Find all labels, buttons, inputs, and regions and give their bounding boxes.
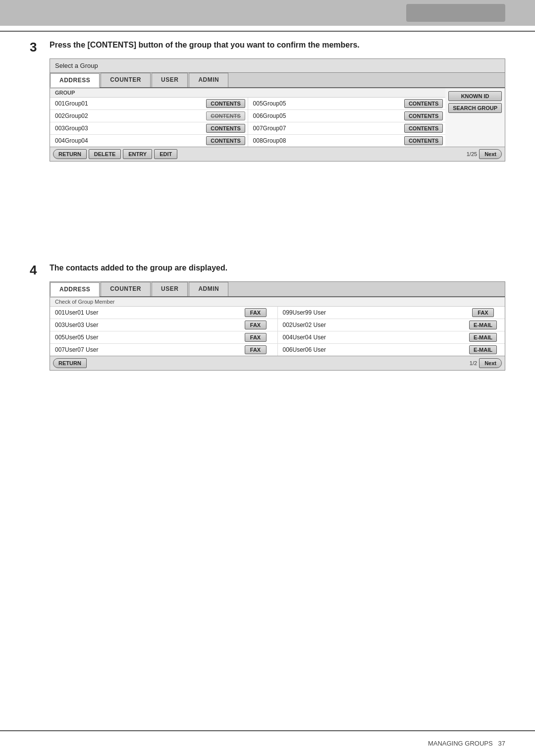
fax-btn-003[interactable]: FAX [236, 321, 275, 329]
fax-btn-005[interactable]: FAX [236, 333, 275, 342]
step4-section: 4 The contacts added to the group are di… [30, 263, 505, 371]
col1-row3: 003Group03 CONTENTS [50, 122, 248, 134]
table-row: 003User03 User FAX 002User02 User E-MAIL [50, 319, 505, 331]
member-099user99: 099User99 User [280, 309, 464, 316]
step4-tab-row: ADDRESS COUNTER USER ADMIN [50, 282, 505, 297]
table-row: 007User07 User FAX 006User06 User E-MAIL [50, 344, 505, 356]
member-col1-row1: 001User01 User FAX [50, 307, 278, 319]
tab-address-step3[interactable]: ADDRESS [50, 73, 100, 88]
col1-row1: 001Group01 CONTENTS [50, 98, 248, 109]
group-name-007: 007Group07 [250, 125, 404, 132]
email-btn-006[interactable]: E-MAIL [463, 345, 503, 354]
table-row: 001Group01 CONTENTS 005Group05 CONTENTS [50, 98, 445, 110]
top-bar [0, 0, 535, 26]
col1-row4: 004Group04 CONTENTS [50, 135, 248, 147]
top-rule [0, 31, 535, 32]
group-name-002: 002Group02 [52, 112, 206, 119]
group-name-008: 008Group08 [250, 137, 404, 144]
group-name-006: 006Group05 [250, 112, 404, 119]
table-row: 004Group04 CONTENTS 008Group08 CONTENTS [50, 135, 445, 147]
member-006user06: 006User06 User [280, 346, 464, 353]
step4-panel: ADDRESS COUNTER USER ADMIN Check of Grou… [50, 281, 505, 371]
member-002user02: 002User02 User [280, 322, 464, 328]
group-name-001: 001Group01 [52, 100, 206, 107]
step3-data-rows: 001Group01 CONTENTS 005Group05 CONTENTS … [50, 98, 445, 147]
known-id-button[interactable]: KNOWN ID [448, 91, 502, 101]
tab-admin-step4[interactable]: ADMIN [189, 282, 228, 296]
table-row: 005User05 User FAX 004User04 User E-MAIL [50, 331, 505, 344]
col2-row3: 007Group07 CONTENTS [248, 122, 446, 134]
page-indicator-step4: 1/2 [470, 360, 477, 366]
search-group-button[interactable]: SEARCH GROUP [448, 103, 502, 113]
group-name-005: 005Group05 [250, 100, 404, 107]
step3-section: 3 Press the [CONTENTS] button of the gro… [30, 40, 505, 162]
member-col1-row2: 003User03 User FAX [50, 319, 278, 331]
next-button-step4[interactable]: Next [479, 358, 502, 368]
bottom-rule [0, 730, 535, 731]
member-col1-row4: 007User07 User FAX [50, 344, 278, 356]
step3-panel: Select a Group ADDRESS COUNTER USER ADMI… [50, 58, 505, 162]
contents-btn-004[interactable]: CONTENTS [206, 136, 246, 145]
contents-btn-008[interactable]: CONTENTS [404, 136, 443, 145]
step3-text: Press the [CONTENTS] button of the group… [50, 40, 360, 51]
delete-button-step3[interactable]: DELETE [89, 149, 121, 159]
contents-btn-005[interactable]: CONTENTS [404, 99, 443, 108]
step4-data-rows: 001User01 User FAX 099User99 User FAX 00… [50, 307, 505, 356]
member-col2-row3: 004User04 User E-MAIL [278, 331, 505, 343]
page-number: 37 [498, 740, 505, 747]
member-col2-row1: 099User99 User FAX [278, 307, 505, 319]
contents-btn-002[interactable]: CONTENTS [206, 111, 246, 120]
return-button-step3[interactable]: RETURN [53, 149, 87, 159]
step4-bottom-bar: RETURN 1/2 Next [50, 356, 505, 370]
tab-address-step4[interactable]: ADDRESS [50, 282, 100, 297]
step3-data-area: GROUP 001Group01 CONTENTS 005Group05 CON… [50, 88, 445, 147]
section-label: MANAGING GROUPS [428, 740, 493, 747]
tab-user-step4[interactable]: USER [152, 282, 188, 296]
step4-text: The contacts added to the group are disp… [50, 263, 227, 273]
entry-button-step3[interactable]: ENTRY [123, 149, 152, 159]
page-footer: MANAGING GROUPS 37 [428, 740, 505, 747]
step3-side-buttons: KNOWN ID SEARCH GROUP [445, 88, 505, 147]
member-004user04: 004User04 User [280, 334, 464, 341]
group-label: GROUP [50, 88, 445, 98]
table-row: 001User01 User FAX 099User99 User FAX [50, 307, 505, 319]
fax-btn-007[interactable]: FAX [236, 345, 275, 354]
tab-counter-step4[interactable]: COUNTER [101, 282, 151, 296]
step3-panel-title: Select a Group [50, 59, 505, 73]
table-row: 002Group02 CONTENTS 006Group05 CONTENTS [50, 110, 445, 122]
email-btn-002[interactable]: E-MAIL [463, 321, 503, 329]
member-007user07: 007User07 User [52, 346, 236, 353]
step3-main-row: GROUP 001Group01 CONTENTS 005Group05 CON… [50, 88, 505, 147]
top-bar-widget [406, 4, 505, 22]
step3-number: 3 [30, 40, 37, 55]
tab-user-step3[interactable]: USER [152, 73, 188, 87]
contents-btn-006[interactable]: CONTENTS [404, 111, 443, 120]
fax-btn-099[interactable]: FAX [463, 308, 503, 317]
step3-tab-row: ADDRESS COUNTER USER ADMIN [50, 73, 505, 88]
return-button-step4[interactable]: RETURN [53, 358, 87, 368]
next-button-step3[interactable]: Next [479, 149, 502, 159]
page-indicator-step3: 1/25 [467, 151, 477, 157]
col2-row1: 005Group05 CONTENTS [248, 98, 446, 109]
member-003user03: 003User03 User [52, 322, 236, 328]
tab-admin-step3[interactable]: ADMIN [189, 73, 228, 87]
col2-row4: 008Group08 CONTENTS [248, 135, 446, 147]
step3-bottom-bar: RETURN DELETE ENTRY EDIT 1/25 Next [50, 147, 505, 161]
member-label: Check of Group Member [50, 297, 505, 307]
contents-btn-003[interactable]: CONTENTS [206, 124, 246, 133]
col1-row2: 002Group02 CONTENTS [50, 110, 248, 122]
col2-row2: 006Group05 CONTENTS [248, 110, 446, 122]
email-btn-004[interactable]: E-MAIL [463, 333, 503, 342]
fax-btn-001[interactable]: FAX [236, 308, 275, 317]
step4-number: 4 [30, 263, 37, 278]
table-row: 003Group03 CONTENTS 007Group07 CONTENTS [50, 122, 445, 135]
contents-btn-001[interactable]: CONTENTS [206, 99, 246, 108]
edit-button-step3[interactable]: EDIT [154, 149, 177, 159]
member-col2-row2: 002User02 User E-MAIL [278, 319, 505, 331]
contents-btn-007[interactable]: CONTENTS [404, 124, 443, 133]
group-name-003: 003Group03 [52, 125, 206, 132]
tab-counter-step3[interactable]: COUNTER [101, 73, 151, 87]
member-col1-row3: 005User05 User FAX [50, 331, 278, 343]
member-001user01: 001User01 User [52, 309, 236, 316]
group-name-004: 004Group04 [52, 137, 206, 144]
